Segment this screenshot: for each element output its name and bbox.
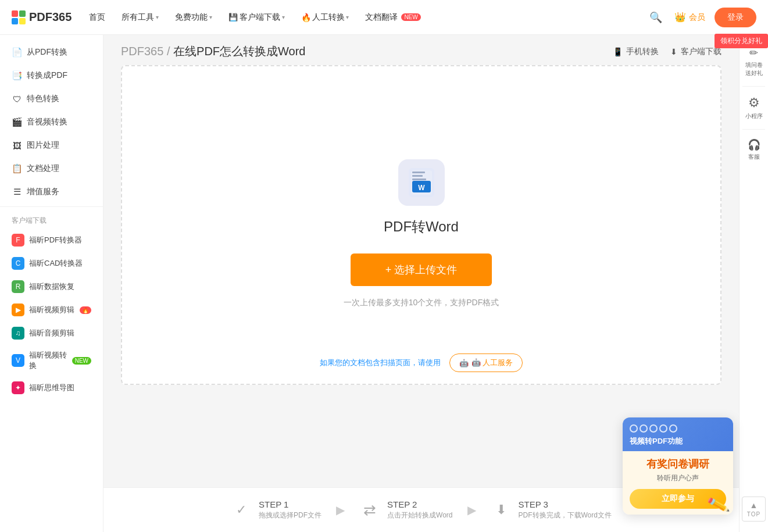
step3-content: STEP 3 PDF转换完成，下载Word文件 [519, 499, 612, 520]
sidebar-item-to-pdf[interactable]: 📑 转换成PDF [0, 64, 103, 87]
step2-content: STEP 2 点击开始转换成Word [387, 499, 452, 520]
audio-editor-icon: ♫ [12, 327, 24, 340]
sidebar: 📄 从PDF转换 📑 转换成PDF 🛡 特色转换 🎬 音视频转换 🖼 图片处理 … [0, 35, 103, 532]
popup-banner-body: 有奖问卷调研 聆听用户心声 立即参与 ✏️ [623, 451, 733, 515]
search-button[interactable]: 🔍 [646, 8, 665, 27]
download-icon: 💾 [228, 13, 238, 22]
upload-title: PDF转Word [384, 217, 459, 236]
step-arrow-1: ▶ [336, 503, 345, 517]
pdf-converter-icon: F [12, 234, 24, 247]
panel-divider [742, 86, 765, 87]
page-header-bar: PDF365 / 在线PDF怎么转换成Word 📱 手机转换 ⬇ 客户端下载 [103, 35, 739, 65]
sidebar-app-data-recovery[interactable]: R 福昕数据恢复 [0, 275, 103, 298]
member-label: 会员 [689, 12, 705, 23]
sidebar-item-doc[interactable]: 📋 文档处理 [0, 157, 103, 180]
cad-converter-icon: C [12, 257, 24, 270]
miniapp-panel-item[interactable]: ⚙ 小程序 [740, 90, 768, 126]
from-pdf-icon: 📄 [12, 47, 22, 58]
chain-ring [659, 424, 667, 433]
sidebar-item-image[interactable]: 🖼 图片处理 [0, 134, 103, 157]
ai-service-button[interactable]: 🤖 🤖 人工服务 [449, 354, 523, 372]
chevron-down-icon: ▾ [156, 14, 159, 20]
upload-area: W PDF转Word + 选择上传文件 一次上传最多支持10个文件，支持PDF格… [121, 65, 721, 385]
login-button[interactable]: 登录 [715, 8, 756, 27]
popup-main-text: 有奖问卷调研 [630, 457, 726, 471]
client-download-action[interactable]: ⬇ 客户端下载 [670, 47, 721, 57]
miniapp-label: 小程序 [745, 112, 763, 120]
chevron-down-icon: ▾ [282, 14, 285, 20]
top-button[interactable]: ▲ TOP [739, 492, 768, 526]
sidebar-item-label: 转换成PDF [27, 70, 67, 81]
to-pdf-icon: 📑 [12, 70, 22, 81]
chain-ring [649, 424, 658, 433]
chevron-down-icon: ▾ [209, 14, 212, 20]
new-badge: NEW [401, 13, 420, 21]
sidebar-item-value[interactable]: ☰ 增值服务 [0, 180, 103, 203]
upload-button[interactable]: + 选择上传文件 [351, 253, 492, 286]
svg-rect-5 [412, 175, 423, 177]
sidebar-app-audio-editor[interactable]: ♫ 福昕音频剪辑 [0, 322, 103, 345]
app-label: 福昕CAD转换器 [29, 258, 83, 269]
step1-desc: 拖拽或选择PDF文件 [259, 510, 322, 520]
step1-content: STEP 1 拖拽或选择PDF文件 [259, 499, 322, 520]
ai-service-bar: 如果您的文档包含扫描页面，请使用 🤖 🤖 人工服务 [140, 354, 703, 372]
svg-text:W: W [418, 184, 425, 192]
sidebar-item-media[interactable]: 🎬 音视频转换 [0, 110, 103, 134]
popup-title: 视频转PDF功能 [630, 436, 726, 447]
logo-icon [12, 10, 26, 24]
download-icon: ⬇ [670, 47, 677, 56]
sidebar-app-video-editor[interactable]: ▶ 福昕视频剪辑 🔥 [0, 298, 103, 322]
survey-label: 填问卷送好礼 [745, 61, 763, 77]
sidebar-app-mindmap[interactable]: ✦ 福昕思维导图 [0, 376, 103, 399]
ai-btn-label: 🤖 人工服务 [471, 358, 513, 368]
new-badge: NEW [72, 357, 91, 365]
nav-manual[interactable]: 🔥 人工转换 ▾ [301, 12, 349, 23]
file-icon-wrapper: W [398, 159, 445, 206]
support-label: 客服 [748, 153, 760, 161]
popup-banner-top: 视频转PDF功能 [623, 417, 733, 451]
step3-title: STEP 3 [519, 499, 612, 509]
sidebar-app-pdf-converter[interactable]: F 福昕PDF转换器 [0, 228, 103, 252]
upload-hint: 一次上传最多支持10个文件，支持PDF格式 [344, 298, 499, 308]
breadcrumb-current: 在线PDF怎么转换成Word [173, 45, 305, 58]
video-convert-icon: V [12, 354, 24, 367]
nav-home[interactable]: 首页 [89, 12, 105, 23]
app-label: 福昕音频剪辑 [29, 328, 74, 338]
sidebar-app-video-convert[interactable]: V 福昕视频转换 NEW [0, 345, 103, 376]
support-panel-item[interactable]: 🎧 客服 [740, 133, 768, 167]
nav-tools[interactable]: 所有工具 ▾ [122, 12, 159, 23]
mobile-convert-action[interactable]: 📱 手机转换 [613, 47, 659, 57]
sidebar-item-label: 特色转换 [27, 94, 59, 104]
page-title: PDF365 / 在线PDF怎么转换成Word [121, 44, 305, 59]
crown-icon: 👑 [674, 12, 686, 23]
logo[interactable]: PDF365 [12, 10, 72, 24]
gift-button[interactable]: 领积分兑好礼 [715, 34, 768, 48]
nav-free[interactable]: 免费功能 ▾ [175, 12, 212, 23]
chain-ring [630, 424, 638, 433]
image-icon: 🖼 [12, 140, 22, 151]
data-recovery-icon: R [12, 280, 24, 293]
nav: 首页 所有工具 ▾ 免费功能 ▾ 💾 客户端下载 ▾ 🔥 人工转换 ▾ 文档翻译… [89, 12, 646, 23]
member-button[interactable]: 👑 会员 [674, 12, 705, 23]
ai-hint-text: 如果您的文档包含扫描页面，请使用 [320, 358, 441, 368]
special-icon: 🛡 [12, 94, 22, 104]
page-header-actions: 📱 手机转换 ⬇ 客户端下载 [613, 47, 721, 57]
sidebar-item-from-pdf[interactable]: 📄 从PDF转换 [0, 41, 103, 64]
top-arrow-icon: ▲ [750, 501, 758, 510]
word-svg-icon: W [409, 168, 434, 197]
sidebar-item-label: 音视频转换 [27, 117, 67, 127]
app-label: 福昕视频转换 [29, 350, 67, 371]
step2-desc: 点击开始转换成Word [387, 510, 452, 520]
header-right: 🔍 👑 会员 登录 [646, 8, 756, 27]
support-icon: 🎧 [748, 138, 760, 151]
step-2: ⇄ STEP 2 点击开始转换成Word [359, 499, 452, 520]
doc-icon: 📋 [12, 163, 22, 174]
mobile-label: 手机转换 [626, 47, 659, 57]
sidebar-item-label: 从PDF转换 [27, 47, 67, 58]
nav-download[interactable]: 💾 客户端下载 ▾ [228, 12, 285, 23]
chain-ring [640, 424, 648, 433]
sidebar-item-special[interactable]: 🛡 特色转换 [0, 87, 103, 110]
step2-title: STEP 2 [387, 499, 452, 509]
nav-translate[interactable]: 文档翻译 NEW [365, 12, 420, 23]
sidebar-app-cad-converter[interactable]: C 福昕CAD转换器 [0, 252, 103, 275]
